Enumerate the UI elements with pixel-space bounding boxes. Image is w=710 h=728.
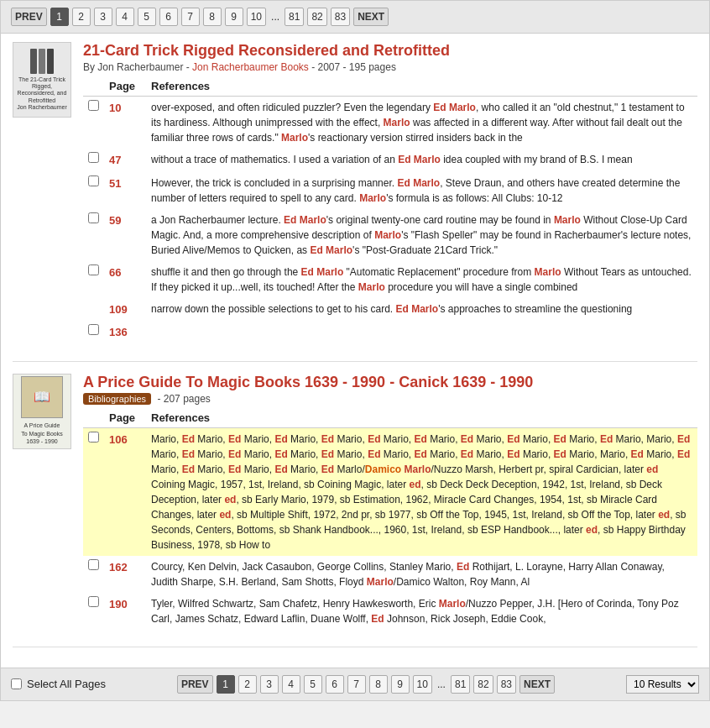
page-10-button[interactable]: 10 [247, 8, 266, 26]
table-row: 190 Tyler, Wilfred Schwartz, Sam Chafetz… [83, 593, 697, 630]
page-num: 109 [104, 298, 146, 322]
select-all-pages-checkbox[interactable] [11, 678, 22, 689]
table-row: 47 without a trace of mathematics. I use… [83, 149, 697, 172]
bottom-page-2-button[interactable]: 2 [238, 675, 257, 694]
ref-text: over-exposed, and often ridiculed puzzle… [146, 97, 697, 149]
row-checkbox[interactable] [88, 324, 99, 335]
top-pagination-bar: PREV 1 2 3 4 5 6 7 8 9 10 ... 81 82 83 N… [1, 1, 709, 34]
page-4-button[interactable]: 4 [116, 8, 134, 26]
row-checkbox[interactable] [88, 152, 99, 163]
row-checkbox[interactable] [88, 264, 99, 275]
bottom-bar: Select All Pages PREV 1 2 3 4 5 6 7 8 9 … [1, 668, 709, 700]
page-num: 47 [104, 149, 146, 172]
row-checkbox[interactable] [88, 559, 99, 570]
bottom-pagination-bar: PREV 1 2 3 4 5 6 7 8 9 10 ... 81 82 83 N… [177, 675, 555, 694]
table-row: 109 narrow down the possible selections … [83, 298, 697, 322]
page-num: 162 [104, 556, 146, 593]
page-7-button[interactable]: 7 [181, 8, 200, 26]
book-cover-2: 📖 A Price GuideTo Magic Books1639 - 1990 [13, 374, 71, 449]
page-8-button[interactable]: 8 [203, 8, 222, 26]
page-num: 51 [104, 172, 146, 209]
row-checkbox[interactable] [88, 100, 99, 111]
ellipsis-1: ... [269, 11, 281, 23]
table-row: 136 [83, 321, 697, 344]
ref-text: a Jon Racherbaumer lecture. Ed Marlo's o… [146, 209, 697, 261]
result-author-2: Bibliographies - 207 pages [83, 393, 697, 405]
refs-table-1: Page References 10 over-exposed, and oft… [83, 76, 697, 344]
table-row: 59 a Jon Racherbaumer lecture. Ed Marlo'… [83, 209, 697, 261]
results-per-page-select[interactable]: 10 Results 25 Results 50 Results [626, 675, 699, 694]
ref-text: Courcy, Ken Delvin, Jack Casaubon, Georg… [146, 556, 697, 593]
result-block-1: The 21-Card TrickRigged, Reconsidered, a… [13, 42, 697, 362]
page-2-button[interactable]: 2 [72, 8, 91, 26]
bottom-page-3-button[interactable]: 3 [260, 675, 279, 694]
bottom-prev-button[interactable]: PREV [177, 675, 213, 694]
results-select: 10 Results 25 Results 50 Results [626, 675, 699, 694]
bottom-ellipsis: ... [436, 678, 447, 690]
book-cover-1: The 21-Card TrickRigged, Reconsidered, a… [13, 42, 71, 118]
page-num: 66 [104, 261, 146, 298]
th-page-1: Page [104, 76, 146, 97]
ref-text [146, 321, 697, 344]
table-row: 10 over-exposed, and often ridiculed puz… [83, 97, 697, 149]
table-row: 51 However, the trick is concluded in a … [83, 172, 697, 209]
th-check-1 [83, 76, 104, 97]
prev-button[interactable]: PREV [11, 8, 47, 26]
page-6-button[interactable]: 6 [159, 8, 178, 26]
next-button[interactable]: NEXT [353, 8, 389, 26]
bottom-page-8-button[interactable]: 8 [369, 675, 388, 694]
bottom-next-button[interactable]: NEXT [519, 675, 555, 694]
table-row: 106 Mario, Ed Mario, Ed Mario, Ed Mario,… [83, 427, 697, 556]
bottom-page-4-button[interactable]: 4 [282, 675, 300, 694]
content-area: The 21-Card TrickRigged, Reconsidered, a… [1, 34, 709, 668]
ref-text: narrow down the possible selections to g… [146, 298, 697, 322]
page-3-button[interactable]: 3 [94, 8, 112, 26]
row-checkbox[interactable] [88, 212, 99, 223]
row-checkbox[interactable] [88, 432, 99, 443]
bottom-page-83-button[interactable]: 83 [497, 675, 516, 694]
bottom-page-81-button[interactable]: 81 [451, 675, 470, 694]
result-block-2: 📖 A Price GuideTo Magic Books1639 - 1990… [13, 374, 697, 647]
th-refs-1: References [146, 76, 697, 97]
result-header-1: The 21-Card TrickRigged, Reconsidered, a… [13, 42, 697, 344]
bottom-page-82-button[interactable]: 82 [473, 675, 493, 694]
table-row: 66 shuffle it and then go through the Ed… [83, 261, 697, 298]
result-title-1[interactable]: 21-Card Trick Rigged Reconsidered and Re… [83, 42, 450, 59]
result-author-1: By Jon Racherbaumer - Jon Racherbaumer B… [83, 61, 697, 73]
ref-text: However, the trick is concluded in a sur… [146, 172, 697, 209]
bottom-page-5-button[interactable]: 5 [304, 675, 322, 694]
result-author-link-1[interactable]: Jon Racherbaumer Books [192, 61, 309, 73]
select-all-label[interactable]: Select All Pages [27, 678, 106, 690]
page-83-button[interactable]: 83 [331, 8, 350, 26]
page-81-button[interactable]: 81 [285, 8, 304, 26]
row-checkbox[interactable] [88, 175, 99, 186]
bottom-page-7-button[interactable]: 7 [347, 675, 366, 694]
th-check-2 [83, 408, 104, 428]
ref-text: shuffle it and then go through the Ed Ma… [146, 261, 697, 298]
bottom-page-1-button[interactable]: 1 [217, 675, 235, 694]
select-all-area: Select All Pages [11, 678, 106, 690]
page-9-button[interactable]: 9 [225, 8, 243, 26]
bottom-page-9-button[interactable]: 9 [391, 675, 410, 694]
ref-text: Mario, Ed Mario, Ed Mario, Ed Mario, Ed … [146, 427, 697, 556]
page-num: 190 [104, 593, 146, 630]
th-refs-2: References [146, 408, 697, 428]
row-checkbox[interactable] [88, 596, 99, 607]
ref-text: Tyler, Wilfred Schwartz, Sam Chafetz, He… [146, 593, 697, 630]
th-page-2: Page [104, 408, 146, 428]
page-num: 10 [104, 97, 146, 149]
ref-text: without a trace of mathematics. I used a… [146, 149, 697, 172]
bottom-page-10-button[interactable]: 10 [413, 675, 432, 694]
refs-table-2: Page References 106 Mario, Ed Mario, Ed … [83, 408, 697, 630]
bibliographies-badge: Bibliographies [83, 393, 151, 405]
page-5-button[interactable]: 5 [138, 8, 156, 26]
result-info-2: A Price Guide To Magic Books 1639 - 1990… [83, 374, 697, 630]
result-title-2[interactable]: A Price Guide To Magic Books 1639 - 1990… [83, 374, 533, 390]
page-1-button[interactable]: 1 [50, 8, 69, 26]
table-row: 162 Courcy, Ken Delvin, Jack Casaubon, G… [83, 556, 697, 593]
page-num: 136 [104, 321, 146, 344]
result-info-1: 21-Card Trick Rigged Reconsidered and Re… [83, 42, 697, 344]
page-82-button[interactable]: 82 [307, 8, 326, 26]
bottom-page-6-button[interactable]: 6 [326, 675, 344, 694]
result-header-2: 📖 A Price GuideTo Magic Books1639 - 1990… [13, 374, 697, 630]
